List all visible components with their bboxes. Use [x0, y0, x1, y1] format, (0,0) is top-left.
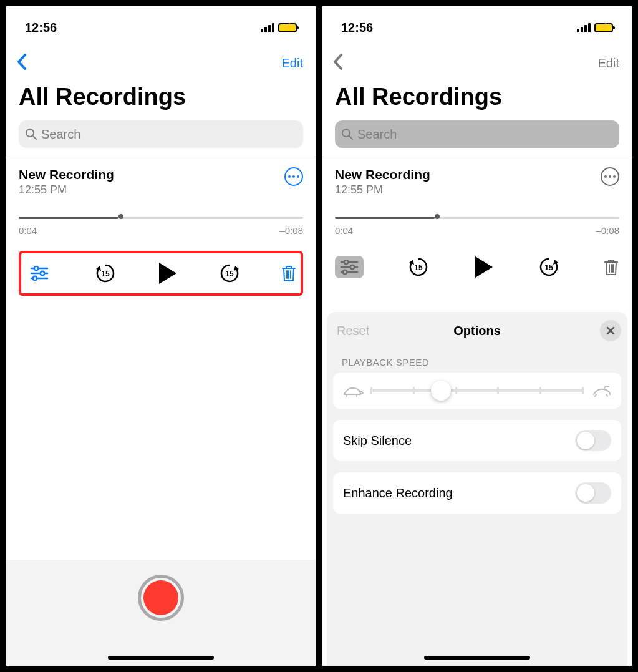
- svg-text:15: 15: [414, 263, 423, 272]
- skip-silence-label: Skip Silence: [343, 434, 412, 448]
- status-bar: 12:56 ⚡: [6, 6, 316, 39]
- trash-icon: [281, 264, 297, 283]
- play-icon: [473, 255, 494, 279]
- chevron-left-icon: [16, 53, 27, 71]
- svg-point-18: [350, 265, 354, 269]
- slider-knob[interactable]: [431, 381, 451, 401]
- rewind-icon: 15: [94, 262, 117, 285]
- playback-controls: 15 15: [25, 257, 297, 290]
- recording-item[interactable]: New Recording 12:55 PM 0:04 –0:08: [6, 157, 316, 240]
- tortoise-icon: [342, 383, 364, 398]
- hare-icon: [590, 383, 612, 398]
- cellular-signal-icon: [261, 23, 274, 32]
- skip-silence-row: Skip Silence: [333, 420, 621, 461]
- close-button[interactable]: [600, 320, 621, 341]
- search-placeholder: Search: [357, 127, 397, 142]
- options-button[interactable]: [335, 256, 364, 278]
- ellipsis-icon: [288, 175, 299, 178]
- back-button[interactable]: [332, 53, 344, 73]
- forward-15-button[interactable]: 15: [538, 256, 560, 278]
- close-icon: [606, 326, 615, 335]
- options-sheet: Reset Options PLAYBACK SPEED Skip Silenc…: [327, 312, 627, 666]
- play-icon: [157, 261, 178, 285]
- chevron-left-icon: [332, 53, 344, 71]
- playback-speed-card: [333, 373, 621, 409]
- svg-point-7: [33, 276, 37, 280]
- page-title: All Recordings: [322, 74, 632, 117]
- options-button[interactable]: [25, 262, 54, 285]
- skip-silence-toggle[interactable]: [575, 430, 611, 451]
- page-title: All Recordings: [6, 74, 316, 117]
- playback-scrubber[interactable]: [19, 215, 303, 219]
- playback-controls: 15 15: [335, 251, 619, 283]
- recording-title: New Recording: [335, 167, 430, 182]
- svg-line-1: [33, 136, 36, 139]
- svg-text:15: 15: [544, 263, 553, 272]
- edit-button[interactable]: Edit: [598, 56, 619, 71]
- enhance-recording-row: Enhance Recording: [333, 472, 621, 514]
- play-button[interactable]: [473, 255, 494, 279]
- svg-point-0: [26, 129, 34, 137]
- forward-icon: 15: [218, 262, 241, 285]
- search-input[interactable]: Search: [19, 120, 303, 148]
- svg-point-13: [342, 129, 350, 137]
- sheet-header: Reset Options: [327, 312, 627, 349]
- enhance-recording-toggle[interactable]: [575, 482, 611, 504]
- nav-bar: Edit: [322, 39, 632, 74]
- status-time: 12:56: [341, 21, 373, 35]
- cellular-signal-icon: [577, 23, 591, 32]
- elapsed-time: 0:04: [335, 225, 353, 236]
- search-input[interactable]: Search: [335, 120, 619, 148]
- delete-button[interactable]: [603, 258, 619, 276]
- remaining-time: –0:08: [279, 225, 303, 236]
- search-icon: [341, 128, 354, 140]
- status-time: 12:56: [25, 21, 57, 35]
- phone-right: 12:56 ⚡ Edit All Recordings Search New R…: [322, 6, 632, 666]
- recording-item[interactable]: New Recording 12:55 PM 0:04 –0:08: [322, 157, 632, 240]
- svg-marker-23: [475, 256, 493, 278]
- recording-time: 12:55 PM: [335, 183, 430, 197]
- delete-button[interactable]: [281, 264, 297, 283]
- back-button[interactable]: [16, 53, 27, 73]
- svg-point-16: [344, 260, 348, 264]
- phone-left: 12:56 ⚡ Edit All Recordings Search New R…: [6, 6, 316, 666]
- battery-icon: ⚡: [278, 23, 297, 32]
- svg-point-3: [34, 266, 38, 270]
- svg-text:15: 15: [101, 270, 110, 278]
- home-indicator[interactable]: [108, 656, 214, 660]
- svg-text:15: 15: [225, 270, 234, 278]
- svg-point-20: [343, 270, 347, 274]
- record-dock: [6, 560, 316, 666]
- forward-15-button[interactable]: 15: [218, 262, 241, 285]
- search-icon: [25, 128, 37, 140]
- svg-point-5: [41, 271, 44, 275]
- recording-time: 12:55 PM: [19, 183, 114, 197]
- status-indicators: ⚡: [261, 23, 297, 32]
- play-button[interactable]: [157, 261, 178, 285]
- trash-icon: [603, 258, 619, 276]
- sheet-title: Options: [453, 324, 501, 338]
- rewind-15-button[interactable]: 15: [407, 256, 430, 278]
- edit-button[interactable]: Edit: [282, 56, 303, 71]
- rewind-icon: 15: [407, 256, 430, 278]
- record-icon: [143, 580, 178, 615]
- forward-icon: 15: [538, 256, 560, 278]
- more-button[interactable]: [601, 167, 619, 186]
- svg-marker-10: [159, 263, 176, 284]
- home-indicator[interactable]: [424, 656, 530, 660]
- highlight-box: 15 15: [19, 251, 303, 296]
- sliders-icon: [30, 266, 49, 281]
- playback-scrubber[interactable]: [335, 215, 619, 219]
- ellipsis-icon: [604, 175, 616, 178]
- reset-button[interactable]: Reset: [337, 324, 369, 338]
- nav-bar: Edit: [6, 39, 316, 74]
- search-placeholder: Search: [41, 127, 80, 142]
- elapsed-time: 0:04: [19, 225, 37, 236]
- more-button[interactable]: [284, 167, 303, 186]
- record-button[interactable]: [138, 575, 184, 621]
- status-bar: 12:56 ⚡: [322, 6, 632, 39]
- playback-speed-slider[interactable]: [370, 381, 584, 400]
- rewind-15-button[interactable]: 15: [94, 262, 117, 285]
- remaining-time: –0:08: [596, 225, 619, 236]
- svg-line-14: [349, 136, 352, 139]
